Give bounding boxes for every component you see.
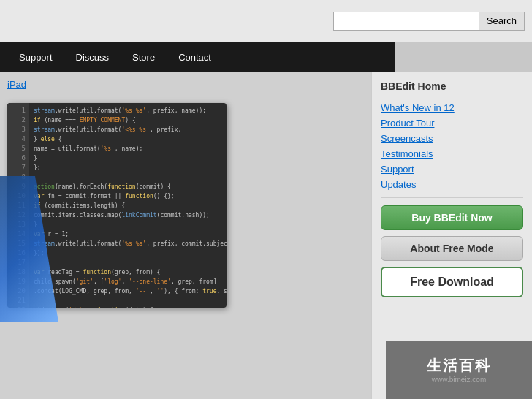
ipad-link[interactable]: iPad (7, 79, 364, 90)
sidebar-link-whats-new[interactable]: What's New in 12 (381, 102, 523, 113)
search-input[interactable] (333, 12, 479, 31)
watermark: 生活百科 www.bimeiz.com (386, 341, 532, 399)
sidebar-divider (381, 197, 523, 198)
nav-bar: Support Discuss Store Contact (0, 42, 395, 72)
search-button[interactable]: Search (479, 12, 525, 31)
about-free-mode-button[interactable]: About Free Mode (381, 236, 523, 261)
watermark-sub: www.bimeiz.com (432, 376, 486, 384)
watermark-text: 生活百科 (427, 356, 491, 376)
nav-item-contact[interactable]: Contact (167, 42, 223, 72)
sidebar-link-product-tour[interactable]: Product Tour (381, 118, 523, 129)
screenshot-container: 12345 678910 1112131415 1617181920 21222… (7, 103, 227, 322)
sidebar-link-support[interactable]: Support (381, 164, 523, 175)
left-panel: iPad 12345 678910 1112131415 1617181920 … (0, 72, 371, 399)
buy-button[interactable]: Buy BBEdit Now (381, 205, 523, 230)
free-download-button[interactable]: Free Download (381, 267, 523, 297)
nav-item-discuss[interactable]: Discuss (64, 42, 121, 72)
sidebar-link-screencasts[interactable]: Screencasts (381, 133, 523, 144)
sidebar-title: BBEdit Home (381, 80, 523, 95)
nav-item-support[interactable]: Support (7, 42, 64, 72)
code-area: stream.write(util.format('%s %s', prefix… (29, 103, 227, 308)
top-bar: Search (0, 0, 532, 42)
sidebar-link-updates[interactable]: Updates (381, 179, 523, 190)
sidebar-link-testimonials[interactable]: Testimonials (381, 148, 523, 159)
nav-item-store[interactable]: Store (121, 42, 167, 72)
